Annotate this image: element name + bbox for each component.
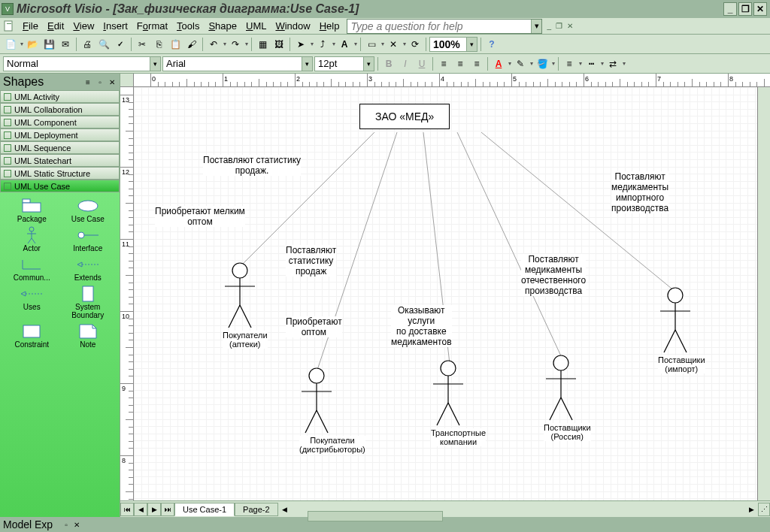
font-color-button[interactable]: A [491, 56, 506, 71]
align-center-button[interactable]: ≡ [453, 56, 468, 71]
stencil-uml-collaboration[interactable]: UML Collaboration [0, 103, 120, 116]
last-page-button[interactable]: ⏭ [161, 503, 174, 516]
label-import-meds[interactable]: Поставляют медикаменты импортного произв… [611, 171, 668, 213]
label-stat-sales-1[interactable]: Поставляют статистику продаж. [203, 155, 301, 176]
label-delivery-services[interactable]: Оказывают услуги по доставке медикаменто… [391, 305, 452, 347]
actor-transport[interactable]: Транспортные компании [431, 359, 486, 446]
stencil-uml-static-structure[interactable]: UML Static Structure [0, 167, 120, 180]
scroll-left-button[interactable]: ◀ [278, 503, 292, 516]
underline-button[interactable]: U [414, 56, 429, 71]
menu-shape[interactable]: Shape [204, 19, 241, 33]
rotate-button[interactable]: ⟳ [408, 37, 423, 52]
cut-button[interactable]: ✂ [135, 37, 150, 52]
shape-note[interactable]: Note [61, 322, 116, 350]
line-ends-button[interactable]: ⇄ [605, 56, 620, 71]
new-button[interactable]: 📄 [3, 37, 18, 52]
format-painter-button[interactable]: 🖌 [184, 37, 199, 52]
label-stat-sales-2[interactable]: Поставляют статистику продаж [286, 245, 336, 277]
minimize-button[interactable]: _ [723, 2, 737, 16]
shape-communicates[interactable]: Commun... [5, 255, 59, 283]
menu-help[interactable]: Help [315, 19, 344, 33]
copy-button[interactable]: ⎘ [151, 37, 166, 52]
stencil-uml-component[interactable]: UML Component [0, 116, 120, 128]
open-button[interactable]: 📂 [25, 37, 40, 52]
shapes-panel-close-icon[interactable]: ✕ [108, 77, 117, 86]
menu-view[interactable]: View [68, 19, 99, 33]
shape-constraint[interactable]: Constraint [5, 322, 59, 350]
stencil-uml-deployment[interactable]: UML Deployment [0, 128, 120, 141]
stencil-uml-activity[interactable]: UML Activity [0, 90, 120, 103]
menu-tools[interactable]: Tools [172, 19, 204, 33]
text-tool-button[interactable]: A [337, 37, 352, 52]
system-box[interactable]: ЗАО «МЕД» [359, 104, 450, 129]
rectangle-tool-button[interactable]: ▭ [364, 37, 379, 52]
actor-pharmacies[interactable]: Покупатели (аптеки) [223, 261, 268, 349]
model-exp-close-icon[interactable]: ✕ [74, 521, 80, 529]
spelling-button[interactable]: ✓ [113, 37, 128, 52]
help-search-input[interactable] [347, 20, 531, 32]
pointer-tool-button[interactable]: ➤ [293, 37, 308, 52]
shape-use-case[interactable]: Use Case [61, 197, 116, 225]
zoom-combobox[interactable]: 100% ▾ [429, 37, 477, 52]
zoom-value[interactable]: 100% [430, 38, 466, 50]
drawing-canvas[interactable]: ЗАО «МЕД» Поставляют статистику продаж. … [134, 87, 758, 500]
vertical-scrollbar[interactable] [758, 87, 770, 500]
label-domestic-meds[interactable]: Поставляют медикаменты отечественного пр… [521, 254, 586, 296]
shapes-window-button[interactable]: ▦ [255, 37, 270, 52]
bold-button[interactable]: B [381, 56, 396, 71]
actor-suppliers-russia[interactable]: Поставщики (Россия) [544, 354, 591, 441]
label-wholesale[interactable]: Приобретают оптом [286, 316, 342, 337]
doc-restore-button[interactable]: ❐ [556, 22, 562, 30]
actor-suppliers-import[interactable]: Поставщики (импорт) [658, 286, 705, 373]
doc-close-button[interactable]: ✕ [567, 22, 573, 30]
stencil-uml-use-case[interactable]: UML Use Case [0, 180, 120, 192]
help-search-dropdown[interactable]: ▾ [531, 20, 541, 33]
next-page-button[interactable]: ▶ [147, 503, 161, 516]
doc-minimize-button[interactable]: _ [547, 22, 551, 30]
style-combobox[interactable]: Normal ▾ [3, 56, 161, 71]
actor-distributors[interactable]: Покупатели (дистрибьюторы) [299, 367, 365, 454]
page-tab-page-2[interactable]: Page-2 [235, 503, 277, 516]
connector-tool-button[interactable]: ⤴ [315, 37, 330, 52]
shape-extends[interactable]: Extends [61, 255, 116, 283]
style-dropdown[interactable]: ▾ [150, 57, 160, 71]
shapes-panel-options-icon[interactable]: ▫ [95, 77, 105, 86]
menu-format[interactable]: Format [132, 19, 172, 33]
print-button[interactable]: 🖨 [80, 37, 95, 52]
redo-button[interactable]: ↷ [228, 37, 243, 52]
menu-insert[interactable]: Insert [99, 19, 132, 33]
menu-file[interactable]: File [18, 19, 43, 33]
help-button[interactable]: ? [484, 37, 499, 52]
shape-package[interactable]: Package [5, 197, 59, 225]
document-icon[interactable] [3, 20, 15, 32]
connection-point-button[interactable]: ✕ [386, 37, 401, 52]
font-dropdown[interactable]: ▾ [302, 57, 312, 71]
stencil-uml-sequence[interactable]: UML Sequence [0, 141, 120, 154]
size-grip[interactable]: ⋰ [758, 503, 770, 516]
zoom-dropdown[interactable]: ▾ [466, 38, 477, 51]
scroll-right-button[interactable]: ▶ [744, 503, 758, 516]
paste-button[interactable]: 📋 [168, 37, 183, 52]
print-preview-button[interactable]: 🔍 [96, 37, 111, 52]
close-button[interactable]: ✕ [753, 2, 767, 16]
shapes-panel-menu-icon[interactable]: ≡ [83, 77, 92, 86]
align-right-button[interactable]: ≡ [469, 56, 484, 71]
prev-page-button[interactable]: ◀ [134, 503, 147, 516]
fill-color-button[interactable]: 🪣 [535, 56, 550, 71]
font-size-combobox[interactable]: 12pt ▾ [314, 56, 374, 71]
stencil-uml-statechart[interactable]: UML Statechart [0, 154, 120, 167]
insert-picture-button[interactable]: 🖼 [271, 37, 286, 52]
menu-uml[interactable]: UML [241, 19, 271, 33]
font-combobox[interactable]: Arial ▾ [162, 56, 313, 71]
line-weight-button[interactable]: ≡ [562, 56, 577, 71]
font-size-value[interactable]: 12pt [315, 58, 363, 69]
shape-system-boundary[interactable]: System Boundary [61, 285, 116, 321]
font-value[interactable]: Arial [163, 58, 302, 69]
model-explorer-label[interactable]: Model Exp [3, 518, 53, 530]
email-button[interactable]: ✉ [58, 37, 73, 52]
first-page-button[interactable]: ⏮ [120, 503, 134, 516]
shape-interface[interactable]: Interface [61, 226, 116, 254]
label-small-wholesale[interactable]: Приобретают мелким оптом [155, 206, 245, 227]
menu-window[interactable]: Window [271, 19, 314, 33]
shape-uses[interactable]: Uses [5, 285, 59, 321]
